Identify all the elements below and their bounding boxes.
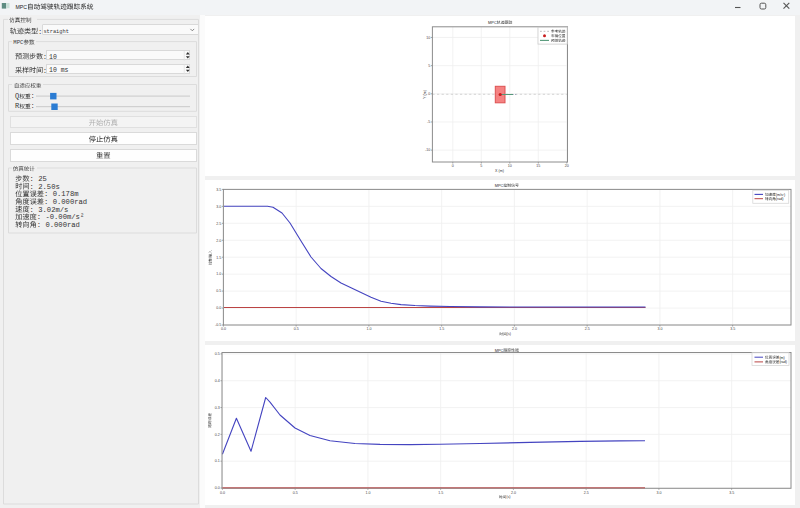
svg-text:0.5: 0.5 bbox=[294, 327, 299, 331]
svg-text:0.2: 0.2 bbox=[215, 433, 220, 437]
svg-text:20: 20 bbox=[565, 164, 569, 168]
svg-text:(s): (s) bbox=[506, 495, 510, 499]
svg-text:0: 0 bbox=[428, 92, 430, 96]
svg-text:MPC: MPC bbox=[13, 39, 24, 46]
svg-text:5: 5 bbox=[428, 64, 430, 68]
svg-text:0.3: 0.3 bbox=[215, 406, 220, 410]
svg-text:MPC: MPC bbox=[495, 348, 504, 353]
svg-text:10: 10 bbox=[426, 36, 430, 40]
svg-text:-10: -10 bbox=[425, 148, 430, 152]
svg-text:3.5: 3.5 bbox=[729, 491, 734, 495]
svg-text:-0.5: -0.5 bbox=[215, 323, 221, 327]
svg-text:0.0: 0.0 bbox=[221, 327, 226, 331]
svg-text:R: R bbox=[15, 102, 20, 110]
svg-text::: : bbox=[31, 93, 35, 100]
svg-text:2.5: 2.5 bbox=[216, 222, 221, 226]
svg-text:2.0: 2.0 bbox=[511, 491, 516, 495]
svg-text:2.5: 2.5 bbox=[585, 327, 590, 331]
svg-text:3.0: 3.0 bbox=[216, 205, 221, 209]
svg-text:1.0: 1.0 bbox=[365, 491, 370, 495]
svg-text::: : bbox=[43, 68, 47, 75]
svg-text:MPC: MPC bbox=[15, 4, 27, 10]
svg-text:: 0.000rad: : 0.000rad bbox=[37, 221, 80, 229]
svg-text:5: 5 bbox=[480, 164, 482, 168]
svg-text:1.5: 1.5 bbox=[439, 327, 444, 331]
svg-text:(s): (s) bbox=[507, 332, 511, 336]
svg-text:0.5: 0.5 bbox=[215, 352, 220, 356]
svg-text::: : bbox=[31, 103, 35, 110]
svg-text:2.5: 2.5 bbox=[584, 491, 589, 495]
svg-text:3.0: 3.0 bbox=[657, 327, 662, 331]
svg-text:0.1: 0.1 bbox=[215, 459, 220, 463]
svg-text:1.5: 1.5 bbox=[216, 256, 221, 260]
svg-text:(rad): (rad) bbox=[779, 360, 787, 364]
svg-text:10: 10 bbox=[49, 54, 57, 61]
svg-text:MPC: MPC bbox=[495, 183, 504, 188]
svg-text:10 ms: 10 ms bbox=[49, 67, 69, 74]
svg-text:(rad): (rad) bbox=[776, 197, 784, 201]
svg-text:3.0: 3.0 bbox=[656, 491, 661, 495]
svg-text::: : bbox=[38, 29, 42, 36]
svg-text:1.0: 1.0 bbox=[366, 327, 371, 331]
svg-text:X (m): X (m) bbox=[495, 169, 504, 173]
svg-text:0.0: 0.0 bbox=[216, 306, 221, 310]
svg-text:10: 10 bbox=[508, 164, 512, 168]
svg-text:Q: Q bbox=[15, 92, 19, 100]
svg-text:Y (m): Y (m) bbox=[423, 90, 427, 99]
svg-text:0.0: 0.0 bbox=[220, 491, 225, 495]
svg-text:3.5: 3.5 bbox=[730, 327, 735, 331]
svg-text:1.5: 1.5 bbox=[438, 491, 443, 495]
svg-text:0.0: 0.0 bbox=[215, 486, 220, 490]
svg-text:1.0: 1.0 bbox=[216, 272, 221, 276]
svg-text:0.5: 0.5 bbox=[293, 491, 298, 495]
svg-text:0.5: 0.5 bbox=[216, 289, 221, 293]
svg-text:15: 15 bbox=[536, 164, 540, 168]
svg-text:MPC: MPC bbox=[488, 20, 497, 25]
svg-text:2.0: 2.0 bbox=[512, 327, 517, 331]
svg-text:(m): (m) bbox=[779, 356, 784, 360]
svg-text:3.5: 3.5 bbox=[216, 188, 221, 192]
svg-text:0.4: 0.4 bbox=[215, 379, 220, 383]
svg-text:2.0: 2.0 bbox=[216, 239, 221, 243]
svg-text:straight: straight bbox=[43, 29, 68, 35]
svg-text:-5: -5 bbox=[427, 120, 430, 124]
svg-text::: : bbox=[43, 54, 47, 61]
svg-text:0: 0 bbox=[452, 164, 454, 168]
